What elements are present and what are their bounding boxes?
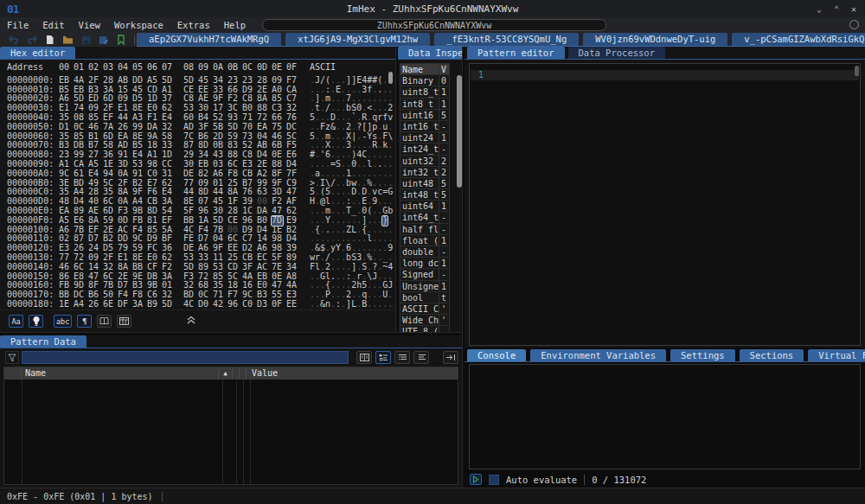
inspector-row[interactable]: int8_t1 <box>400 99 449 110</box>
flat-view-icon[interactable] <box>394 351 410 364</box>
run-pattern-button[interactable] <box>470 474 482 485</box>
hex-byte[interactable]: 6C <box>74 263 85 272</box>
case-toggle-button[interactable]: Aa <box>9 315 23 328</box>
hex-byte[interactable]: 7F <box>286 169 298 179</box>
hex-byte[interactable]: 1E <box>59 300 70 309</box>
file-tab[interactable]: v_-pCSamGIZAwbXdRsiGkQ <box>732 33 865 46</box>
hex-byte[interactable]: 81 <box>147 216 158 226</box>
pattern-editor-code-area[interactable]: 1 <box>469 63 861 346</box>
hex-byte[interactable]: 45 <box>198 76 209 86</box>
undo-icon[interactable] <box>9 35 19 45</box>
hex-byte[interactable]: DE <box>183 169 195 179</box>
ascii-column-toggle-button[interactable]: abc <box>54 315 72 328</box>
hex-byte[interactable]: 9C <box>59 169 70 179</box>
grayed-zeros-bulb-icon[interactable] <box>29 315 43 328</box>
inspector-row[interactable]: Unsigne1 <box>400 281 449 292</box>
hex-byte[interactable]: 32 <box>103 263 114 272</box>
hex-byte[interactable]: DF <box>118 300 129 309</box>
hex-address[interactable]: 00000180: <box>7 300 59 309</box>
hex-byte[interactable]: 53 <box>213 263 224 272</box>
tab-data-processor[interactable]: Data Processor <box>568 47 666 59</box>
menu-view[interactable]: View <box>72 20 107 30</box>
hex-byte[interactable]: 94 <box>103 169 114 179</box>
jump-to-end-icon[interactable] <box>443 351 458 364</box>
tab-virtual-filesystem[interactable]: Virtual Filesystem <box>808 349 865 361</box>
hex-byte[interactable]: DA <box>147 123 158 132</box>
hex-scrollbar[interactable] <box>388 72 393 84</box>
hex-byte[interactable]: CF <box>147 263 158 272</box>
pattern-filter-input[interactable] <box>22 351 349 364</box>
hex-byte[interactable]: 0A <box>118 169 129 179</box>
console-output[interactable] <box>469 364 861 469</box>
hex-byte[interactable]: 5B <box>213 123 224 132</box>
menu-file[interactable]: File <box>0 20 35 30</box>
help-circle-icon[interactable] <box>849 20 859 29</box>
hex-byte[interactable]: CD <box>227 263 239 272</box>
inspector-row[interactable]: uint8_t1 <box>400 86 449 98</box>
file-tab[interactable]: _fE3kntR-53CC8YSQmU_Ng <box>434 33 579 46</box>
hex-byte[interactable]: B0 <box>257 216 268 226</box>
hex-byte[interactable]: E9 <box>286 216 298 226</box>
hex-byte[interactable]: 96 <box>227 300 239 309</box>
hex-byte[interactable]: 0F <box>272 300 283 309</box>
hex-byte[interactable]: 26 <box>118 123 129 132</box>
save-icon[interactable] <box>81 35 91 45</box>
hex-byte[interactable]: 5D <box>183 263 195 272</box>
hex-byte[interactable]: 4C <box>183 300 195 309</box>
color-column-header[interactable] <box>4 367 22 380</box>
inspector-row[interactable]: boolt <box>400 292 449 303</box>
hex-byte[interactable]: 0C <box>74 123 85 132</box>
redo-icon[interactable] <box>27 35 37 45</box>
hex-byte[interactable]: DC <box>286 123 298 132</box>
inspector-row[interactable]: half fl- <box>400 224 449 235</box>
hex-byte[interactable]: CE <box>227 216 239 226</box>
inspector-name-header[interactable]: Name <box>400 64 439 74</box>
hex-byte[interactable]: A6 <box>213 169 224 179</box>
hex-byte[interactable]: 7D <box>272 216 283 226</box>
hex-byte[interactable]: C0 <box>147 169 158 179</box>
hex-byte[interactable]: 7A <box>103 123 114 132</box>
save-as-icon[interactable] <box>99 35 109 45</box>
tab-sections[interactable]: Sections <box>740 349 804 361</box>
menu-help[interactable]: Help <box>217 20 253 30</box>
hex-address[interactable]: 000000A0: <box>7 169 59 179</box>
hex-view[interactable]: Address000102030405060708090A0B0C0D0E0FA… <box>0 60 395 309</box>
hex-byte[interactable]: 34 <box>213 76 224 86</box>
hex-byte[interactable]: 3F <box>242 263 253 272</box>
hex-address[interactable]: 00000050: <box>7 123 59 132</box>
maximize-button[interactable]: ⌃ <box>834 4 839 14</box>
hex-byte[interactable]: DD <box>132 76 144 86</box>
hex-byte[interactable]: EE <box>286 300 298 309</box>
hex-byte[interactable]: 82 <box>198 169 209 179</box>
inspector-row[interactable]: float (1 <box>400 235 449 246</box>
hex-byte[interactable]: 4A <box>74 76 85 86</box>
tab-settings[interactable]: Settings <box>670 349 735 361</box>
hex-byte[interactable]: 32 <box>162 123 173 132</box>
inspector-row[interactable]: int64_t- <box>400 212 449 223</box>
inspector-row[interactable]: int48_t5 <box>400 189 449 201</box>
close-button[interactable]: ✕ <box>851 4 856 14</box>
hex-address[interactable]: 00000000: <box>7 76 59 86</box>
hex-byte[interactable]: 23 <box>242 76 253 86</box>
ascii-char[interactable]: 4 <box>388 263 393 272</box>
inspector-row[interactable]: int16_t- <box>400 121 449 132</box>
hex-byte[interactable]: EF <box>162 216 173 226</box>
hex-byte[interactable]: EB <box>59 76 70 86</box>
value-column-header[interactable]: Value <box>247 367 458 380</box>
table-view-icon[interactable] <box>117 315 131 328</box>
hex-byte[interactable]: 5D <box>162 300 173 309</box>
hex-byte[interactable]: 46 <box>88 123 99 132</box>
hex-byte[interactable]: 23 <box>227 76 239 86</box>
new-file-icon[interactable] <box>45 35 54 45</box>
minimize-button[interactable]: ⌄ <box>817 4 822 14</box>
bookmark-icon[interactable] <box>117 35 125 45</box>
inspector-row[interactable]: int32_t2 <box>400 167 449 178</box>
hex-byte[interactable]: 5D <box>213 216 224 226</box>
inspector-row[interactable]: ASCII C' <box>400 303 449 315</box>
hex-byte[interactable]: 5D <box>227 123 239 132</box>
hex-byte[interactable]: 61 <box>74 169 85 179</box>
ascii-char[interactable]: . <box>388 123 393 132</box>
open-folder-icon[interactable] <box>62 35 74 45</box>
pattern-columns-icon[interactable] <box>356 351 372 364</box>
hex-byte[interactable]: F2 <box>162 263 173 272</box>
